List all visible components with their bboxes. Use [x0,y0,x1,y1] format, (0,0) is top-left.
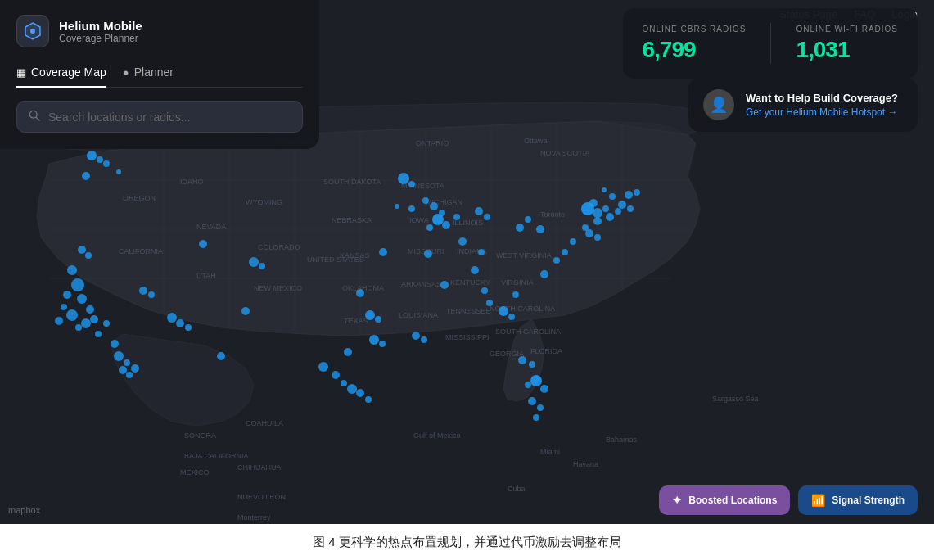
svg-text:CHIHUAHUA: CHIHUAHUA [237,463,282,472]
svg-point-148 [609,193,616,200]
svg-point-65 [61,304,67,310]
brand-name: Helium Mobile [59,19,142,33]
svg-point-144 [97,156,103,163]
svg-point-166 [30,29,35,34]
brand-header: Helium Mobile Coverage Planner [16,15,303,47]
svg-text:LOUISIANA: LOUISIANA [399,311,438,319]
svg-point-146 [199,240,207,248]
search-box[interactable] [16,101,303,133]
coverage-map-icon: ▦ [16,66,26,79]
svg-point-88 [318,362,328,372]
svg-point-155 [408,205,415,212]
svg-point-149 [602,187,607,192]
svg-point-165 [85,252,92,259]
svg-point-145 [82,172,90,180]
svg-point-82 [167,313,177,323]
svg-point-118 [499,306,508,316]
stats-panel: ONLINE CBRS RADIOS 6,799 ONLINE WI-FI RA… [623,8,918,79]
svg-text:MISSISSIPPI: MISSISSIPPI [445,333,490,341]
svg-point-107 [589,199,598,207]
svg-text:Havana: Havana [573,460,598,468]
svg-point-80 [119,366,127,374]
svg-point-90 [341,380,347,386]
stats-divider [770,23,771,64]
svg-point-136 [516,224,524,232]
svg-point-108 [602,205,609,212]
svg-point-128 [533,414,539,421]
svg-point-135 [536,225,544,233]
svg-point-81 [126,372,133,378]
help-avatar: 👤 [703,89,734,120]
svg-point-123 [530,375,542,386]
tab-coverage-map-label: Coverage Map [31,65,106,79]
tab-planner[interactable]: ● Planner [123,61,174,87]
svg-point-111 [618,201,626,209]
svg-point-117 [594,234,601,241]
signal-strength-button[interactable]: 📶 Signal Strength [798,485,918,515]
help-text: Want to Help Build Coverage? Get your He… [746,92,898,118]
boosted-btn-label: Boosted Locations [688,495,777,506]
svg-point-121 [553,257,560,264]
signal-btn-label: Signal Strength [832,495,905,506]
svg-point-137 [525,216,531,223]
svg-text:UNITED STATES: UNITED STATES [307,255,364,264]
svg-point-138 [458,237,467,246]
svg-text:NEBRASKA: NEBRASKA [332,216,372,224]
svg-point-83 [176,319,184,327]
svg-point-71 [95,331,102,337]
cbrs-label: ONLINE CBRS RADIOS [643,25,747,34]
wifi-label: ONLINE WI-FI RADIOS [796,25,898,34]
svg-point-85 [217,352,225,360]
svg-text:COLORADO: COLORADO [258,243,300,251]
planner-icon: ● [123,66,129,79]
svg-point-114 [634,189,640,196]
svg-text:NUEVO LEON: NUEVO LEON [237,493,286,501]
help-link[interactable]: Get your Helium Mobile Hotspot → [746,106,898,118]
signal-icon: 📶 [811,494,825,507]
svg-point-157 [453,214,460,220]
svg-point-154 [375,316,381,323]
svg-point-131 [369,335,379,345]
bottom-buttons: ✦ Boosted Locations 📶 Signal Strength [659,485,918,515]
tab-coverage-map[interactable]: ▦ Coverage Map [16,61,106,87]
svg-point-64 [77,294,87,304]
brand-text: Helium Mobile Coverage Planner [59,19,142,44]
svg-point-129 [518,356,526,364]
svg-point-77 [131,364,139,373]
svg-text:Gulf of Mexico: Gulf of Mexico [413,431,461,440]
tab-bar: ▦ Coverage Map ● Planner [16,61,303,88]
help-banner: 👤 Want to Help Build Coverage? Get your … [688,78,918,132]
svg-text:OREGON: OREGON [123,194,156,202]
svg-point-122 [471,266,479,274]
svg-text:COAHUILA: COAHUILA [246,419,283,427]
boosted-locations-button[interactable]: ✦ Boosted Locations [659,485,790,515]
star-icon: ✦ [672,494,682,507]
svg-point-162 [116,169,121,174]
svg-point-158 [481,287,488,294]
svg-point-101 [398,173,409,184]
svg-point-109 [606,213,614,221]
svg-point-152 [344,348,352,356]
svg-point-84 [185,324,192,331]
svg-point-92 [356,389,364,397]
tab-planner-label: Planner [134,65,174,79]
svg-point-79 [148,291,155,298]
help-title: Want to Help Build Coverage? [746,92,898,104]
svg-text:ONTARIO: ONTARIO [416,139,449,147]
svg-point-130 [529,361,535,368]
svg-point-150 [582,224,589,231]
svg-point-104 [484,214,490,220]
svg-point-113 [625,191,633,199]
search-input[interactable] [48,111,291,124]
svg-text:Miami: Miami [540,448,560,456]
svg-point-115 [593,217,602,225]
svg-point-67 [55,317,63,325]
svg-point-139 [424,250,432,258]
svg-point-159 [486,300,493,306]
svg-point-76 [124,359,130,366]
svg-text:NOVA SCOTIA: NOVA SCOTIA [540,149,589,157]
svg-text:IDAHO: IDAHO [180,178,204,186]
helium-logo-icon [23,21,43,41]
svg-point-143 [87,151,97,160]
svg-text:SONORA: SONORA [184,431,216,440]
